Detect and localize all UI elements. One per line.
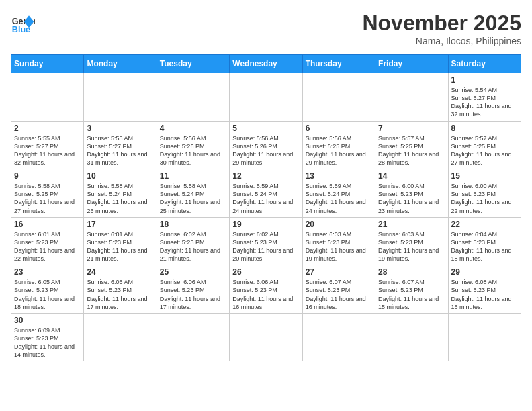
calendar-cell bbox=[375, 73, 448, 122]
calendar-cell: 11 Sunrise: 5:58 AMSunset: 5:24 PMDaylig… bbox=[157, 169, 229, 218]
weekday-header-tuesday: Tuesday bbox=[157, 55, 229, 73]
weekday-header-saturday: Saturday bbox=[448, 55, 521, 73]
calendar-cell bbox=[302, 73, 375, 122]
day-number: 24 bbox=[87, 267, 153, 277]
day-number: 2 bbox=[14, 124, 81, 133]
cell-content: Sunrise: 6:00 AMSunset: 5:23 PMDaylight:… bbox=[451, 182, 518, 215]
cell-content: Sunrise: 5:55 AMSunset: 5:27 PMDaylight:… bbox=[87, 134, 153, 167]
weekday-header-monday: Monday bbox=[84, 55, 157, 73]
calendar-cell: 15 Sunrise: 6:00 AMSunset: 5:23 PMDaylig… bbox=[448, 169, 521, 218]
weekday-header-friday: Friday bbox=[375, 55, 448, 73]
day-number: 10 bbox=[87, 171, 153, 181]
cell-content: Sunrise: 5:59 AMSunset: 5:24 PMDaylight:… bbox=[306, 182, 372, 215]
calendar-cell: 4 Sunrise: 5:56 AMSunset: 5:26 PMDayligh… bbox=[157, 121, 229, 169]
calendar-cell: 18 Sunrise: 6:02 AMSunset: 5:23 PMDaylig… bbox=[157, 217, 229, 265]
day-number: 21 bbox=[378, 220, 445, 229]
cell-content: Sunrise: 6:08 AMSunset: 5:23 PMDaylight:… bbox=[451, 278, 518, 311]
day-number: 5 bbox=[232, 124, 299, 133]
cell-content: Sunrise: 6:02 AMSunset: 5:23 PMDaylight:… bbox=[232, 230, 299, 263]
cell-content: Sunrise: 5:57 AMSunset: 5:25 PMDaylight:… bbox=[378, 134, 445, 167]
calendar-cell bbox=[84, 313, 157, 361]
day-number: 16 bbox=[14, 220, 81, 229]
weekday-header-thursday: Thursday bbox=[302, 55, 375, 73]
cell-content: Sunrise: 5:58 AMSunset: 5:24 PMDaylight:… bbox=[87, 182, 153, 215]
calendar-cell: 19 Sunrise: 6:02 AMSunset: 5:23 PMDaylig… bbox=[230, 217, 302, 265]
day-number: 20 bbox=[306, 220, 372, 229]
cell-content: Sunrise: 5:56 AMSunset: 5:26 PMDaylight:… bbox=[160, 134, 226, 167]
cell-content: Sunrise: 6:07 AMSunset: 5:23 PMDaylight:… bbox=[306, 278, 372, 311]
calendar-cell: 1 Sunrise: 5:54 AMSunset: 5:27 PMDayligh… bbox=[448, 73, 521, 122]
calendar-cell bbox=[375, 313, 448, 361]
calendar-week-5: 23 Sunrise: 6:05 AMSunset: 5:23 PMDaylig… bbox=[11, 265, 521, 314]
cell-content: Sunrise: 5:58 AMSunset: 5:24 PMDaylight:… bbox=[160, 182, 226, 215]
day-number: 19 bbox=[232, 220, 299, 229]
day-number: 3 bbox=[87, 124, 153, 133]
day-number: 11 bbox=[160, 171, 226, 181]
calendar-table: SundayMondayTuesdayWednesdayThursdayFrid… bbox=[11, 54, 521, 361]
day-number: 26 bbox=[232, 267, 299, 277]
calendar-cell: 26 Sunrise: 6:06 AMSunset: 5:23 PMDaylig… bbox=[230, 265, 302, 314]
calendar-cell: 13 Sunrise: 5:59 AMSunset: 5:24 PMDaylig… bbox=[302, 169, 375, 218]
calendar-week-4: 16 Sunrise: 6:01 AMSunset: 5:23 PMDaylig… bbox=[11, 217, 521, 265]
cell-content: Sunrise: 6:06 AMSunset: 5:23 PMDaylight:… bbox=[232, 278, 299, 311]
calendar-cell: 25 Sunrise: 6:06 AMSunset: 5:23 PMDaylig… bbox=[157, 265, 229, 314]
calendar-cell bbox=[157, 73, 229, 122]
calendar-cell: 12 Sunrise: 5:59 AMSunset: 5:24 PMDaylig… bbox=[230, 169, 302, 218]
day-number: 15 bbox=[451, 171, 518, 181]
calendar-cell: 29 Sunrise: 6:08 AMSunset: 5:23 PMDaylig… bbox=[448, 265, 521, 314]
day-number: 7 bbox=[378, 124, 445, 133]
cell-content: Sunrise: 6:02 AMSunset: 5:23 PMDaylight:… bbox=[160, 230, 226, 263]
location-title: Nama, Ilocos, Philippines bbox=[362, 36, 521, 46]
header: General Blue November 2025 Nama, Ilocos,… bbox=[11, 11, 521, 46]
calendar-cell: 6 Sunrise: 5:56 AMSunset: 5:25 PMDayligh… bbox=[302, 121, 375, 169]
day-number: 6 bbox=[306, 124, 372, 133]
calendar-cell: 7 Sunrise: 5:57 AMSunset: 5:25 PMDayligh… bbox=[375, 121, 448, 169]
calendar-cell: 27 Sunrise: 6:07 AMSunset: 5:23 PMDaylig… bbox=[302, 265, 375, 314]
cell-content: Sunrise: 6:05 AMSunset: 5:23 PMDaylight:… bbox=[14, 278, 81, 311]
day-number: 4 bbox=[160, 124, 226, 133]
day-number: 1 bbox=[451, 75, 518, 85]
calendar-cell: 3 Sunrise: 5:55 AMSunset: 5:27 PMDayligh… bbox=[84, 121, 157, 169]
day-number: 12 bbox=[232, 171, 299, 181]
calendar-cell: 16 Sunrise: 6:01 AMSunset: 5:23 PMDaylig… bbox=[11, 217, 84, 265]
calendar-cell: 17 Sunrise: 6:01 AMSunset: 5:23 PMDaylig… bbox=[84, 217, 157, 265]
calendar-cell: 24 Sunrise: 6:05 AMSunset: 5:23 PMDaylig… bbox=[84, 265, 157, 314]
calendar-cell: 9 Sunrise: 5:58 AMSunset: 5:25 PMDayligh… bbox=[11, 169, 84, 218]
title-area: November 2025 Nama, Ilocos, Philippines bbox=[362, 11, 521, 46]
cell-content: Sunrise: 5:56 AMSunset: 5:25 PMDaylight:… bbox=[306, 134, 372, 167]
cell-content: Sunrise: 5:57 AMSunset: 5:25 PMDaylight:… bbox=[451, 134, 518, 167]
svg-text:Blue: Blue bbox=[12, 25, 30, 34]
weekday-header-sunday: Sunday bbox=[11, 55, 84, 73]
day-number: 28 bbox=[378, 267, 445, 277]
cell-content: Sunrise: 6:09 AMSunset: 5:23 PMDaylight:… bbox=[14, 326, 81, 359]
day-number: 22 bbox=[451, 220, 518, 229]
day-number: 13 bbox=[306, 171, 372, 181]
calendar-cell: 20 Sunrise: 6:03 AMSunset: 5:23 PMDaylig… bbox=[302, 217, 375, 265]
day-number: 17 bbox=[87, 220, 153, 229]
calendar-cell bbox=[448, 313, 521, 361]
day-number: 23 bbox=[14, 267, 81, 277]
calendar-week-2: 2 Sunrise: 5:55 AMSunset: 5:27 PMDayligh… bbox=[11, 121, 521, 169]
cell-content: Sunrise: 6:07 AMSunset: 5:23 PMDaylight:… bbox=[378, 278, 445, 311]
calendar-cell: 2 Sunrise: 5:55 AMSunset: 5:27 PMDayligh… bbox=[11, 121, 84, 169]
day-number: 29 bbox=[451, 267, 518, 277]
cell-content: Sunrise: 5:59 AMSunset: 5:24 PMDaylight:… bbox=[232, 182, 299, 215]
cell-content: Sunrise: 5:55 AMSunset: 5:27 PMDaylight:… bbox=[14, 134, 81, 167]
calendar-cell: 21 Sunrise: 6:03 AMSunset: 5:23 PMDaylig… bbox=[375, 217, 448, 265]
calendar-cell bbox=[230, 73, 302, 122]
cell-content: Sunrise: 5:54 AMSunset: 5:27 PMDaylight:… bbox=[451, 86, 518, 119]
calendar-cell bbox=[230, 313, 302, 361]
calendar-cell: 23 Sunrise: 6:05 AMSunset: 5:23 PMDaylig… bbox=[11, 265, 84, 314]
cell-content: Sunrise: 6:01 AMSunset: 5:23 PMDaylight:… bbox=[14, 230, 81, 263]
cell-content: Sunrise: 6:06 AMSunset: 5:23 PMDaylight:… bbox=[160, 278, 226, 311]
calendar-cell: 14 Sunrise: 6:00 AMSunset: 5:23 PMDaylig… bbox=[375, 169, 448, 218]
calendar-cell: 28 Sunrise: 6:07 AMSunset: 5:23 PMDaylig… bbox=[375, 265, 448, 314]
cell-content: Sunrise: 5:56 AMSunset: 5:26 PMDaylight:… bbox=[232, 134, 299, 167]
calendar-cell: 30 Sunrise: 6:09 AMSunset: 5:23 PMDaylig… bbox=[11, 313, 84, 361]
calendar-cell bbox=[157, 313, 229, 361]
cell-content: Sunrise: 6:01 AMSunset: 5:23 PMDaylight:… bbox=[87, 230, 153, 263]
calendar-cell: 5 Sunrise: 5:56 AMSunset: 5:26 PMDayligh… bbox=[230, 121, 302, 169]
cell-content: Sunrise: 6:03 AMSunset: 5:23 PMDaylight:… bbox=[306, 230, 372, 263]
calendar-week-6: 30 Sunrise: 6:09 AMSunset: 5:23 PMDaylig… bbox=[11, 313, 521, 361]
calendar-week-1: 1 Sunrise: 5:54 AMSunset: 5:27 PMDayligh… bbox=[11, 73, 521, 122]
